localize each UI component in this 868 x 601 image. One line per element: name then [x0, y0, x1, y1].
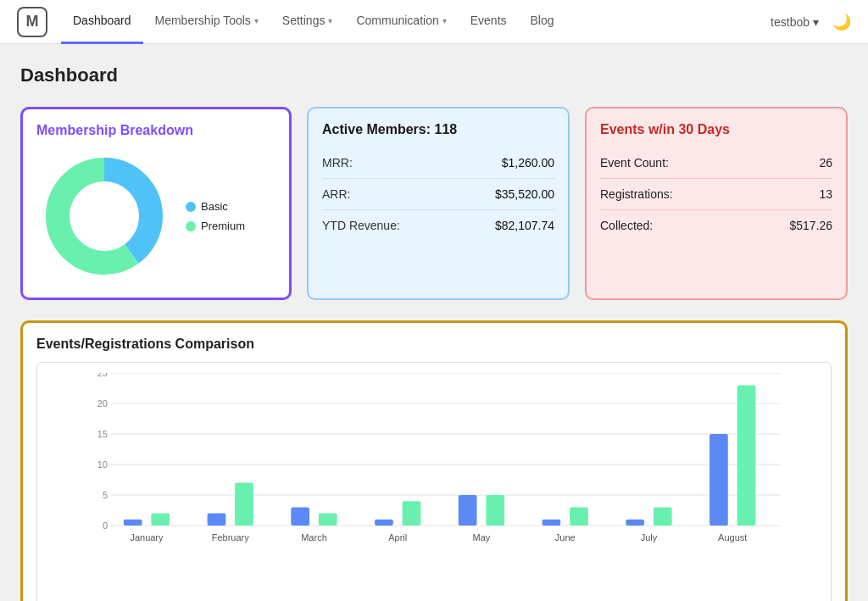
event-label: Registrations: [600, 187, 673, 201]
events-card-title: Events w/in 30 Days [600, 122, 832, 137]
membership-breakdown-card: Membership Breakdown BasicPremium [20, 107, 292, 300]
user-menu[interactable]: testbob ▾ [771, 15, 819, 29]
svg-text:January: January [130, 532, 164, 543]
nav-link-membership-tools[interactable]: Membership Tools▾ [143, 0, 270, 44]
svg-rect-19 [235, 483, 253, 526]
svg-rect-21 [291, 507, 309, 526]
svg-rect-36 [709, 434, 728, 526]
nav-link-settings[interactable]: Settings▾ [270, 0, 345, 44]
svg-text:20: 20 [97, 398, 108, 409]
legend-item: Premium [186, 220, 245, 232]
event-value: 13 [819, 187, 832, 201]
svg-text:May: May [473, 532, 491, 543]
svg-rect-28 [486, 495, 504, 526]
svg-text:25: 25 [97, 373, 108, 378]
legend-label: Premium [201, 220, 245, 232]
bar-chart-svg: 0510152025JanuaryFebruaryMarchAprilMayJu… [71, 373, 821, 601]
stat-value: $82,107.74 [495, 219, 554, 232]
svg-rect-33 [626, 520, 644, 526]
svg-rect-25 [403, 501, 421, 526]
svg-text:March: March [301, 532, 327, 543]
navbar: M DashboardMembership Tools▾Settings▾Com… [0, 0, 868, 44]
event-row: Registrations:13 [600, 179, 832, 210]
svg-text:15: 15 [97, 429, 108, 439]
nav-links: DashboardMembership Tools▾Settings▾Commu… [61, 0, 771, 44]
svg-rect-31 [570, 507, 588, 526]
event-row: Event Count:26 [600, 147, 832, 179]
logo: M [17, 7, 47, 37]
event-value: 26 [819, 156, 832, 170]
stat-label: MRR: [322, 156, 353, 170]
cards-row: Membership Breakdown BasicPremium [20, 107, 848, 300]
chevron-down-icon: ▾ [254, 16, 259, 25]
chart-card: Events/Registrations Comparison 05101520… [20, 320, 848, 601]
svg-rect-27 [459, 495, 477, 526]
svg-text:April: April [388, 532, 407, 543]
user-chevron-icon: ▾ [813, 15, 819, 29]
nav-link-dashboard[interactable]: Dashboard [61, 0, 143, 44]
stat-row: MRR:$1,260.00 [322, 147, 554, 179]
username: testbob [771, 15, 810, 29]
stat-value: $1,260.00 [502, 156, 554, 170]
chevron-down-icon: ▾ [328, 16, 332, 25]
nav-right: testbob ▾ 🌙 [771, 13, 851, 31]
nav-link-communication[interactable]: Communication▾ [344, 0, 458, 44]
legend-dot [186, 202, 196, 212]
legend-item: Basic [186, 200, 245, 213]
stat-row: YTD Revenue:$82,107.74 [322, 210, 554, 241]
svg-text:August: August [718, 532, 747, 543]
svg-rect-24 [375, 520, 393, 526]
chart-area: 0510152025JanuaryFebruaryMarchAprilMayJu… [36, 362, 832, 601]
svg-rect-34 [654, 507, 672, 526]
chart-title: Events/Registrations Comparison [36, 337, 832, 352]
svg-text:10: 10 [97, 459, 108, 470]
membership-card-title: Membership Breakdown [36, 123, 275, 138]
svg-rect-37 [737, 385, 756, 526]
legend-dot [186, 221, 196, 231]
event-value: $517.26 [789, 219, 832, 232]
nav-link-blog[interactable]: Blog [519, 0, 566, 44]
svg-rect-18 [208, 514, 226, 526]
svg-rect-22 [319, 514, 337, 526]
dark-mode-toggle[interactable]: 🌙 [832, 13, 851, 31]
event-label: Collected: [600, 219, 653, 232]
stat-value: $35,520.00 [495, 187, 554, 201]
svg-point-2 [70, 182, 138, 250]
nav-link-events[interactable]: Events [459, 0, 519, 44]
page-title: Dashboard [20, 64, 848, 86]
events-rows: Event Count:26Registrations:13Collected:… [600, 147, 832, 241]
svg-rect-30 [542, 520, 561, 526]
active-members-rows: MRR:$1,260.00ARR:$35,520.00YTD Revenue:$… [322, 147, 554, 241]
chevron-down-icon: ▾ [442, 16, 447, 25]
events-card: Events w/in 30 Days Event Count:26Regist… [585, 107, 848, 300]
svg-rect-15 [124, 520, 142, 526]
event-row: Collected:$517.26 [600, 210, 832, 241]
svg-rect-16 [151, 514, 170, 526]
stat-label: ARR: [322, 187, 350, 201]
svg-text:July: July [641, 532, 658, 543]
active-members-title: Active Members: 118 [322, 122, 554, 137]
event-label: Event Count: [600, 156, 669, 170]
membership-inner: BasicPremium [36, 148, 275, 284]
stat-row: ARR:$35,520.00 [322, 179, 554, 210]
svg-text:February: February [212, 532, 250, 543]
membership-legend: BasicPremium [186, 200, 245, 232]
stat-label: YTD Revenue: [322, 219, 400, 232]
donut-chart [36, 148, 172, 284]
svg-text:June: June [555, 532, 576, 543]
legend-label: Basic [201, 200, 228, 213]
page-content: Dashboard Membership Breakdown Basic [0, 44, 868, 601]
svg-text:5: 5 [103, 490, 108, 500]
active-members-card: Active Members: 118 MRR:$1,260.00ARR:$35… [307, 107, 570, 300]
svg-text:0: 0 [103, 520, 108, 531]
